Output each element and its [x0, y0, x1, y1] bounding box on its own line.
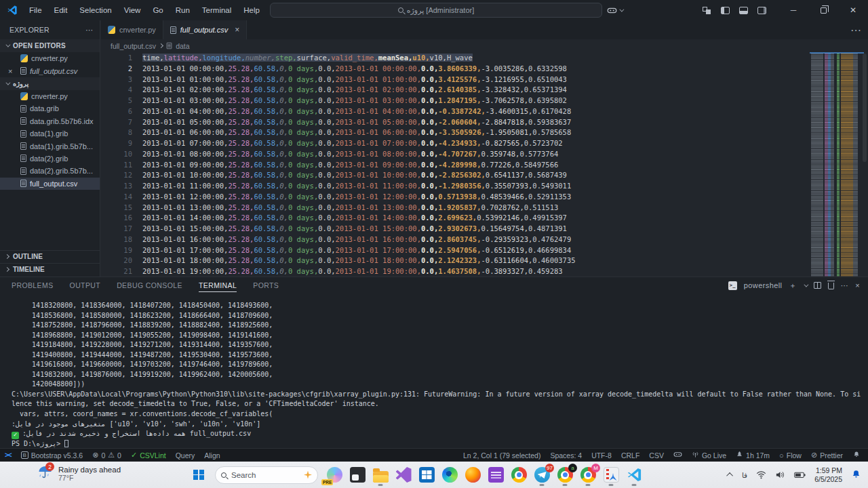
copilot-status[interactable] [669, 449, 687, 462]
tab-full-output-csv[interactable]: full_output.csv × [163, 20, 247, 39]
menu-run[interactable]: Run [170, 3, 196, 18]
cursor-position[interactable]: Ln 2, Col 1 (79 selected) [458, 449, 545, 462]
breadcrumb[interactable]: full_output.csv data [101, 39, 868, 52]
copilot-menu[interactable] [607, 5, 623, 16]
language-indicator[interactable]: فا [742, 471, 747, 479]
taskbar-chrome[interactable] [507, 464, 530, 487]
menu-selection[interactable]: Selection [73, 3, 117, 18]
taskbar-explorer[interactable] [369, 464, 392, 487]
file-item[interactable]: data.grib.5b7b6.idx [0, 115, 100, 127]
file-label: cnverter.py [31, 54, 68, 62]
menu-terminal[interactable]: Terminal [196, 3, 237, 18]
taskbar-firefox[interactable] [461, 464, 484, 487]
code-editor[interactable]: 123456789101112131415161718192021 time,l… [101, 52, 810, 277]
toggle-secondary-sidebar-icon[interactable] [757, 7, 766, 14]
taskbar-purple-app[interactable] [484, 464, 507, 487]
taskbar-chrome-profile-m[interactable]: M [576, 464, 599, 487]
wifi-icon[interactable] [756, 470, 766, 479]
outline-section[interactable]: OUTLINE [0, 250, 100, 262]
restore-button[interactable] [808, 0, 838, 20]
wakatime[interactable]: 1h 17m [731, 449, 774, 462]
remote-indicator[interactable]: >< [0, 449, 16, 462]
taskbar-copilot[interactable]: PRE [323, 464, 346, 487]
open-editor-item[interactable]: cnverter.py [0, 52, 100, 64]
minimap[interactable] [810, 52, 860, 277]
taskbar-chrome-profile-a[interactable]: a [553, 464, 576, 487]
panel-tab-ports[interactable]: PORTS [253, 281, 279, 289]
file-item[interactable]: data.grib [0, 102, 100, 115]
editor-actions-more-icon[interactable]: ⋯ [850, 24, 861, 37]
explorer-more-icon[interactable]: ⋯ [85, 26, 93, 34]
chevron-down-icon [5, 80, 10, 85]
clock[interactable]: 1:59 PM 6/5/2025 [814, 466, 842, 484]
file-item[interactable]: data(2).grib.5b7b... [0, 165, 100, 177]
terminal-dropdown-icon[interactable] [804, 282, 808, 287]
close-tab-icon[interactable]: × [235, 25, 239, 35]
menu-go[interactable]: Go [146, 3, 169, 18]
taskbar-search[interactable]: Search [215, 466, 318, 484]
csv-row-text: 2013-01-01 18:00:00,25.28,60.58,0,0 days… [142, 256, 576, 264]
file-item[interactable]: data(1).grib.5b7b... [0, 140, 100, 152]
panel-tab-terminal[interactable]: TERMINAL [199, 281, 237, 292]
battery-icon[interactable] [794, 470, 806, 479]
start-button[interactable] [187, 465, 210, 485]
new-terminal-button[interactable]: ＋ [789, 281, 796, 291]
hidden-icons-chevron[interactable] [726, 472, 733, 479]
prettier[interactable]: ⊘Prettier [806, 449, 848, 462]
bootstrap-status[interactable]: BBootstrap v5.3.6 [16, 449, 87, 462]
menu-file[interactable]: File [23, 3, 48, 18]
file-item[interactable]: data(2).grib [0, 152, 100, 165]
breadcrumb-separator-icon [159, 43, 163, 48]
taskbar-vscode[interactable] [623, 464, 646, 487]
menu-edit[interactable]: Edit [48, 3, 74, 18]
menu-view[interactable]: View [118, 3, 147, 18]
timeline-section[interactable]: TIMELINE [0, 263, 100, 275]
panel-more-icon[interactable]: ⋯ [841, 281, 848, 290]
panel-tab-problems[interactable]: PROBLEMS [12, 281, 54, 289]
eol[interactable]: CRLF [616, 449, 644, 462]
language-mode[interactable]: CSV [644, 449, 669, 462]
csvlint-status[interactable]: ✓CSVLint [126, 449, 171, 462]
taskbar-telegram[interactable]: 97 [530, 464, 553, 487]
taskbar-taskview[interactable] [346, 464, 369, 487]
panel-tab-output[interactable]: OUTPUT [70, 281, 101, 289]
close-button[interactable]: ✕ [838, 0, 868, 20]
terminal-shell-label[interactable]: powershell [744, 281, 783, 289]
flow[interactable]: ○Flow [774, 449, 806, 462]
close-panel-icon[interactable]: × [855, 281, 860, 289]
minimize-button[interactable]: ─ [778, 0, 808, 20]
taskbar-store[interactable] [415, 464, 438, 487]
terminal-line: 1418320800, 1418364000, 1418407200, 1418… [12, 301, 868, 311]
toggle-sidebar-icon[interactable] [721, 7, 730, 14]
weather-widget[interactable]: 2 Rainy days ahead 77°F [37, 464, 121, 483]
go-live[interactable]: Go Live [687, 449, 731, 462]
notification-bell-icon[interactable] [851, 470, 861, 480]
file-item[interactable]: cnverter.py [0, 90, 100, 102]
menu-help[interactable]: Help [237, 3, 266, 18]
problems-status[interactable]: ⊗0⚠0 [87, 449, 126, 462]
notifications-bell[interactable] [848, 449, 865, 462]
volume-icon[interactable] [775, 470, 785, 479]
open-editor-item[interactable]: ×full_output.csv [0, 64, 100, 77]
file-item[interactable]: data(1).grib [0, 127, 100, 140]
terminal-output[interactable]: 1418320800, 1418364000, 1418407200, 1418… [0, 293, 868, 448]
command-center-search[interactable]: پروژه [Administrator] [270, 3, 602, 18]
query-status[interactable]: Query [171, 449, 200, 462]
tab-cnverter-py[interactable]: cnverter.py [101, 20, 163, 39]
close-icon[interactable]: × [8, 67, 16, 75]
toggle-panel-icon[interactable] [739, 7, 748, 14]
taskbar-media-converter[interactable] [599, 464, 623, 487]
taskbar-edge[interactable] [438, 464, 461, 487]
project-folder-header[interactable]: پروژه [0, 77, 100, 90]
indentation[interactable]: Spaces: 4 [545, 449, 587, 462]
editor-scrollbar[interactable] [863, 54, 867, 162]
taskbar-visual-studio[interactable] [392, 464, 415, 487]
file-item[interactable]: full_output.csv [0, 178, 100, 190]
split-terminal-icon[interactable] [814, 282, 821, 289]
customize-layout-icon[interactable] [703, 7, 711, 14]
encoding[interactable]: UTF-8 [587, 449, 616, 462]
align-status[interactable]: Align [199, 449, 224, 462]
open-editors-header[interactable]: OPEN EDITORS [0, 39, 100, 52]
kill-terminal-icon[interactable] [828, 283, 834, 289]
panel-tab-debug-console[interactable]: DEBUG CONSOLE [117, 281, 182, 289]
